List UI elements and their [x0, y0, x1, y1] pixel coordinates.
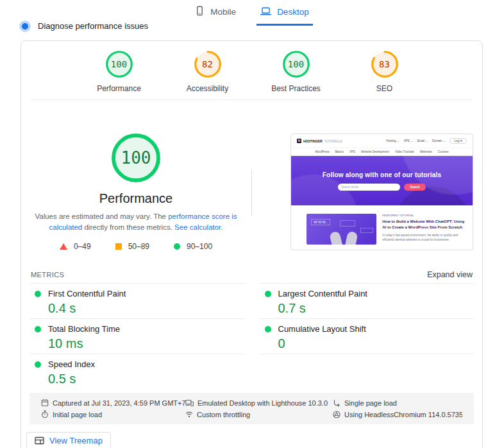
runtime-chromium-text[interactable]: Using HeadlessChromium 114.0.5735.179 wi…: [344, 411, 462, 418]
metric-value: 10 ms: [48, 336, 240, 351]
metrics-section: METRICS Expand view First Contentful Pai…: [21, 266, 482, 390]
legend-good: 90–100: [174, 242, 212, 251]
runtime-initial-load-text: Initial page load: [53, 411, 102, 418]
diagnose-label: Diagnose performance issues: [38, 21, 148, 31]
thumb-featured-section: WWW. FEATURED TUTORIAL How to Build a We…: [291, 205, 473, 245]
thumb-brand: HOSTINGER: [303, 139, 323, 143]
runtime-throttling-text[interactable]: Custom throttling: [197, 411, 250, 418]
performance-section-title: Performance: [21, 191, 251, 206]
view-treemap-button[interactable]: View Treemap: [26, 432, 111, 448]
metric-speed-index[interactable]: Speed Index 0.5 s: [29, 354, 244, 390]
metric-largest-contentful-paint[interactable]: Largest Contentful Paint 0.7 s: [260, 284, 475, 319]
metrics-column-right: Largest Contentful Paint 0.7 s Cumulativ…: [260, 283, 475, 390]
runtime-captured: Captured at Jul 31, 2023, 4:59 PM GMT+7: [41, 399, 185, 407]
performance-main-gauge[interactable]: 100: [110, 132, 162, 184]
chromium-icon: [333, 411, 340, 418]
thumb-featured-body: In today's fast-paced environment, the a…: [382, 233, 466, 242]
metrics-heading: METRICS: [31, 271, 64, 279]
metric-status-dot: [35, 326, 41, 332]
runtime-single-page: Single page load: [333, 399, 462, 407]
performance-summary: 100 Performance Values are estimated and…: [21, 100, 251, 251]
runtime-chromium: Using HeadlessChromium 114.0.5735.179 wi…: [333, 410, 462, 418]
score-gauge-seo[interactable]: 83 SEO: [355, 50, 414, 93]
average-square-icon: [115, 243, 122, 250]
performance-description: Values are estimated and may vary. The p…: [27, 211, 245, 232]
page-screenshot-thumbnail[interactable]: H HOSTINGER TUTORIALS Hosting ⌄ VPS ⌄ Em…: [290, 134, 473, 250]
hand-shape: [344, 231, 358, 245]
metric-value: 0.4 s: [48, 301, 240, 316]
metric-name: Total Blocking Time: [48, 324, 120, 334]
performance-score-value: 100: [110, 132, 162, 184]
category-scores-row: 100 Performance 82 Accessibility 100: [21, 41, 482, 99]
thumb-featured-image: WWW.: [307, 214, 376, 245]
thumb-subnav-item: Courses: [438, 150, 449, 153]
performance-overview: 100 Performance Values are estimated and…: [21, 100, 482, 266]
runtime-single-page-text[interactable]: Single page load: [344, 399, 397, 407]
thumb-featured-eyebrow: FEATURED TUTORIAL: [382, 214, 466, 217]
fail-triangle-icon: [60, 243, 67, 250]
tab-desktop-label: Desktop: [277, 7, 309, 17]
thumb-subnav-item: Webinars: [420, 150, 432, 153]
score-gauge-best-practices[interactable]: 100 Best Practices: [267, 50, 326, 93]
legend-fail: 0–49: [60, 242, 91, 251]
stopwatch-icon: [41, 410, 49, 418]
tab-mobile[interactable]: Mobile: [191, 0, 240, 26]
lighthouse-report-card: 100 Performance 82 Accessibility 100: [21, 40, 483, 448]
legend-average: 50–89: [115, 242, 149, 251]
thumb-featured-text: FEATURED TUTORIAL How to Build a Website…: [382, 214, 466, 245]
metric-status-dot: [35, 291, 41, 297]
treemap-icon: [35, 436, 44, 445]
hostinger-logo-icon: H: [297, 139, 301, 143]
score-gauge-accessibility[interactable]: 82 Accessibility: [178, 50, 237, 93]
metrics-grid: First Contentful Paint 0.4 s Total Block…: [29, 283, 474, 390]
emulated-device-icon: [185, 399, 194, 407]
metric-name: Cumulative Layout Shift: [278, 324, 366, 334]
metric-status-dot: [35, 361, 41, 368]
score-value: 83: [371, 50, 399, 78]
metric-name: First Contentful Paint: [48, 289, 126, 298]
metric-value: 0.5 s: [48, 372, 240, 386]
legend-range: 50–89: [128, 242, 149, 251]
score-legend: 0–49 50–89 90–100: [21, 242, 251, 251]
metric-total-blocking-time[interactable]: Total Blocking Time 10 ms: [29, 319, 244, 354]
expand-view-toggle[interactable]: Expand view: [427, 270, 473, 279]
thumb-subnav-item: Website Development: [361, 150, 389, 153]
score-value: 82: [194, 50, 222, 78]
metric-name: Largest Contentful Paint: [278, 289, 367, 298]
throttling-icon: [185, 411, 193, 418]
metric-name: Speed Index: [48, 359, 95, 369]
legend-range: 90–100: [187, 242, 212, 251]
mobile-phone-icon: [195, 6, 205, 18]
runtime-initial-load: Initial page load: [41, 410, 185, 418]
hand-shape: [329, 230, 343, 245]
thumb-search-input: Search article: [338, 184, 400, 191]
thumb-sub-nav: WordPress Basics VPS Website Development…: [291, 148, 473, 156]
description-text: directly from these metrics.: [82, 223, 174, 231]
thumb-search-row: Search article Search: [338, 184, 426, 191]
runtime-emulated: Emulated Desktop with Lighthouse 10.3.0: [185, 399, 333, 407]
runtime-throttling: Custom throttling: [185, 410, 333, 418]
thumb-subnav-item: WordPress: [315, 150, 330, 153]
see-calculator-link[interactable]: See calculator.: [174, 223, 223, 231]
metric-cumulative-layout-shift[interactable]: Cumulative Layout Shift 0: [260, 319, 475, 354]
thumb-nav-item: Domain ⌄: [432, 139, 446, 142]
page-load-icon: [333, 399, 340, 407]
score-label: Performance: [90, 84, 149, 93]
good-circle-icon: [174, 243, 180, 250]
thumb-top-nav: Hosting ⌄ VPS ⌄ Email ⌄ Domain ⌄ Log In: [386, 138, 467, 144]
thumb-site-logo: H HOSTINGER TUTORIALS: [297, 139, 342, 143]
score-gauge-performance[interactable]: 100 Performance: [90, 50, 149, 93]
diagnose-performance-option[interactable]: Diagnose performance issues: [20, 21, 148, 31]
tab-desktop[interactable]: Desktop: [256, 0, 313, 26]
wireframe-shape: [360, 228, 373, 233]
view-treemap-label: View Treemap: [49, 436, 103, 445]
thumb-hero-title: Follow along with one of our tutorials: [323, 171, 441, 178]
metric-first-contentful-paint[interactable]: First Contentful Paint 0.4 s: [29, 284, 244, 319]
runtime-emulated-text[interactable]: Emulated Desktop with Lighthouse 10.3.0: [197, 399, 328, 407]
thumb-site-header: H HOSTINGER TUTORIALS Hosting ⌄ VPS ⌄ Em…: [291, 134, 473, 148]
radio-selected-icon[interactable]: [22, 23, 28, 30]
tab-mobile-label: Mobile: [210, 7, 236, 17]
runtime-settings-bar: Captured at Jul 31, 2023, 4:59 PM GMT+7 …: [29, 393, 474, 424]
thumb-search-button: Search: [404, 184, 426, 191]
thumb-subnav-item: Video Tutorials: [395, 150, 414, 153]
